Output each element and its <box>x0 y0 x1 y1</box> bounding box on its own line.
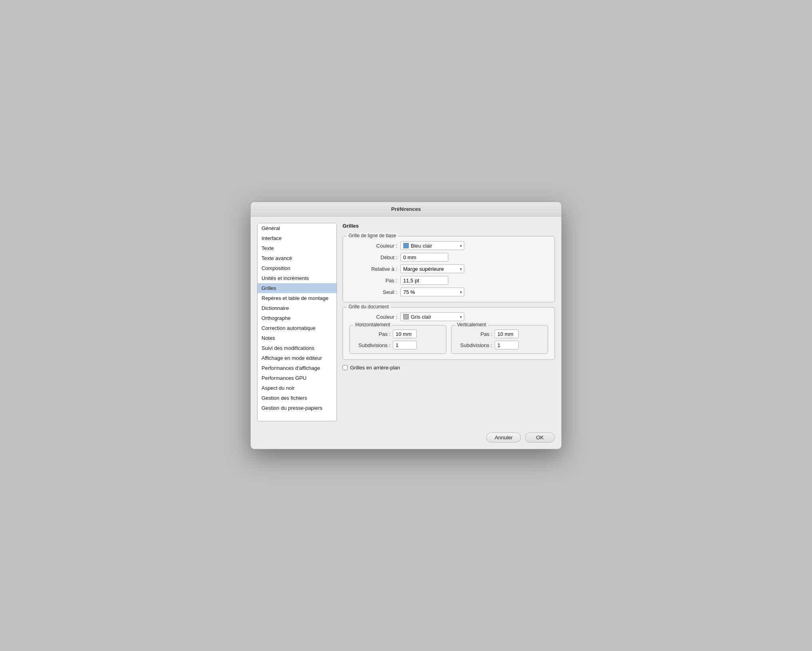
cancel-button[interactable]: Annuler <box>486 433 521 443</box>
couleur-value: Bleu clair <box>411 243 432 249</box>
vert-pas-row: Pas : <box>456 329 543 338</box>
horiz-subdiv-row: Subdivisions : <box>355 341 441 349</box>
grid-columns: Horizontalement Pas : Subdivisions : Ver… <box>349 325 548 354</box>
main-content: Grilles Grille de ligne de base Couleur … <box>343 223 555 421</box>
horiz-pas-label: Pas : <box>355 331 390 337</box>
footer: Annuler OK <box>251 428 561 449</box>
doc-couleur-select-wrapper: Gris clair ▾ <box>400 312 464 321</box>
horiz-group: Horizontalement Pas : Subdivisions : <box>349 325 446 354</box>
sidebar-item-suivi[interactable]: Suivi des modifications <box>257 343 337 353</box>
relative-select[interactable]: Marge supérieure Haut de page <box>400 264 464 273</box>
sidebar-item-correction[interactable]: Correction automatique <box>257 323 337 333</box>
checkbox-row: Grilles en arrière-plan <box>343 365 555 371</box>
vert-subdiv-input[interactable] <box>495 341 519 349</box>
horiz-pas-input[interactable] <box>393 329 417 338</box>
sidebar-item-reperes[interactable]: Repères et table de montage <box>257 293 337 303</box>
doc-couleur-label: Couleur : <box>349 314 397 320</box>
pas-label: Pas : <box>349 278 397 284</box>
grilles-arriere-plan-checkbox[interactable] <box>343 365 348 370</box>
preferences-window: Préférences Général Interface Texte Text… <box>250 202 562 449</box>
horiz-subdiv-input[interactable] <box>393 341 417 349</box>
relative-label: Relative à : <box>349 266 397 272</box>
couleur-select[interactable]: Bleu clair <box>400 241 464 250</box>
pas-row: Pas : <box>349 276 548 285</box>
couleur-select-wrapper: Bleu clair ▾ <box>400 241 464 250</box>
vert-subdiv-row: Subdivisions : <box>456 341 543 349</box>
sidebar-item-unites[interactable]: Unités et incréments <box>257 273 337 283</box>
sidebar-item-orthographe[interactable]: Orthographe <box>257 313 337 323</box>
couleur-row: Couleur : Bleu clair ▾ <box>349 241 548 250</box>
vert-group: Verticalement Pas : Subdivisions : <box>451 325 548 354</box>
doc-couleur-swatch <box>403 314 409 320</box>
pas-input[interactable] <box>400 276 448 285</box>
couleur-swatch <box>403 243 409 248</box>
doc-couleur-select[interactable]: Gris clair <box>400 312 464 321</box>
sidebar-item-general[interactable]: Général <box>257 223 337 233</box>
ok-button[interactable]: OK <box>525 433 555 443</box>
baseline-grid-label: Grille de ligne de base <box>347 233 398 238</box>
sidebar-item-interface[interactable]: Interface <box>257 233 337 243</box>
horiz-label: Horizontalement <box>354 322 392 327</box>
sidebar-item-perf-affichage[interactable]: Performances d'affichage <box>257 363 337 373</box>
sidebar-item-dictionnaire[interactable]: Dictionnaire <box>257 303 337 313</box>
horiz-subdiv-label: Subdivisions : <box>355 342 390 348</box>
doc-couleur-row: Couleur : Gris clair ▾ <box>349 312 548 321</box>
doc-couleur-value: Gris clair <box>411 314 431 320</box>
document-grid-label: Grille du document <box>347 304 390 310</box>
seuil-label: Seuil : <box>349 289 397 295</box>
debut-label: Début : <box>349 254 397 260</box>
relative-row: Relative à : Marge supérieure Haut de pa… <box>349 264 548 273</box>
sidebar-item-grilles[interactable]: Grilles <box>257 283 337 293</box>
seuil-row: Seuil : 75 % 50 % 100 % ▾ <box>349 288 548 296</box>
sidebar-item-gestion-fichiers[interactable]: Gestion des fichiers <box>257 393 337 403</box>
sidebar-item-texte-avance[interactable]: Texte avancé <box>257 253 337 263</box>
document-grid-group: Grille du document Couleur : Gris clair … <box>343 307 555 360</box>
titlebar: Préférences <box>251 202 561 216</box>
seuil-select-wrapper: 75 % 50 % 100 % ▾ <box>400 288 464 296</box>
page-title: Grilles <box>343 223 555 229</box>
vert-subdiv-label: Subdivisions : <box>456 342 492 348</box>
sidebar-item-notes[interactable]: Notes <box>257 333 337 343</box>
sidebar: Général Interface Texte Texte avancé Com… <box>257 223 337 421</box>
horiz-pas-row: Pas : <box>355 329 441 338</box>
debut-input[interactable] <box>400 253 448 262</box>
vert-pas-label: Pas : <box>456 331 492 337</box>
couleur-label: Couleur : <box>349 243 397 249</box>
debut-row: Début : <box>349 253 548 262</box>
window-title: Préférences <box>391 206 421 212</box>
sidebar-item-perf-gpu[interactable]: Performances GPU <box>257 373 337 383</box>
sidebar-item-gestion-presse[interactable]: Gestion du presse-papiers <box>257 403 337 413</box>
vert-label: Verticalement <box>456 322 488 327</box>
seuil-select[interactable]: 75 % 50 % 100 % <box>400 288 464 296</box>
grilles-arriere-plan-label: Grilles en arrière-plan <box>350 365 400 371</box>
baseline-grid-group: Grille de ligne de base Couleur : Bleu c… <box>343 236 555 302</box>
sidebar-item-aspect-noir[interactable]: Aspect du noir <box>257 383 337 393</box>
sidebar-item-affichage-editeur[interactable]: Affichage en mode éditeur <box>257 353 337 363</box>
vert-pas-input[interactable] <box>495 329 519 338</box>
sidebar-item-texte[interactable]: Texte <box>257 243 337 253</box>
relative-select-wrapper: Marge supérieure Haut de page ▾ <box>400 264 464 273</box>
sidebar-item-composition[interactable]: Composition <box>257 263 337 273</box>
